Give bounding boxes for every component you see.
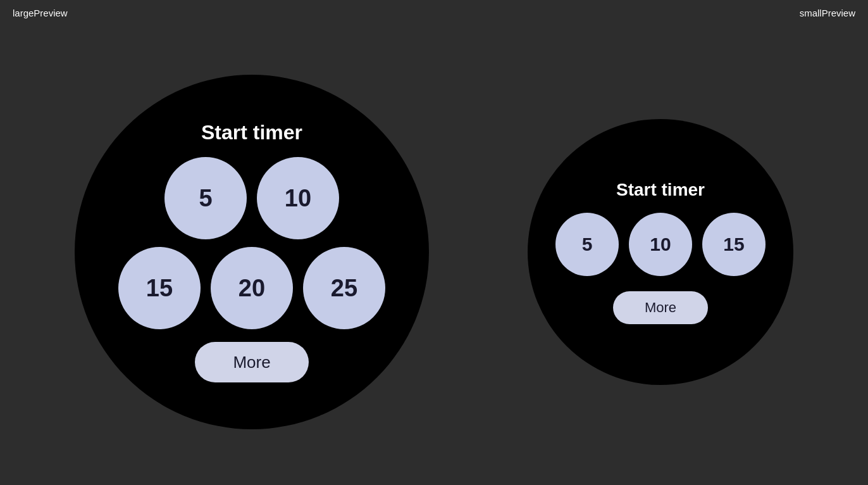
large-timer-20[interactable]: 20	[211, 247, 293, 329]
large-timer-buttons: 5 10 15 20 25 More	[118, 157, 385, 382]
small-watch-title: Start timer	[616, 180, 705, 200]
small-timer-5[interactable]: 5	[555, 213, 619, 276]
small-timer-buttons: 5 10 15 More	[555, 213, 766, 324]
small-timer-row-1: 5 10 15	[555, 213, 766, 276]
large-watch-preview: Start timer 5 10 15 20 25 More	[75, 75, 429, 429]
small-more-button[interactable]: More	[613, 291, 708, 324]
small-watch-preview: Start timer 5 10 15 More	[528, 119, 793, 385]
large-preview-label: largePreview	[13, 8, 800, 18]
large-watch-title: Start timer	[201, 121, 302, 144]
large-timer-10[interactable]: 10	[257, 157, 339, 239]
large-timer-row-1: 5 10	[164, 157, 339, 239]
small-timer-15[interactable]: 15	[702, 213, 766, 276]
large-timer-row-2: 15 20 25	[118, 247, 385, 329]
small-preview-label: smallPreview	[800, 8, 855, 18]
large-timer-25[interactable]: 25	[303, 247, 385, 329]
large-more-button[interactable]: More	[195, 342, 309, 382]
large-timer-15[interactable]: 15	[118, 247, 201, 329]
large-timer-5[interactable]: 5	[164, 157, 247, 239]
small-timer-10[interactable]: 10	[629, 213, 692, 276]
